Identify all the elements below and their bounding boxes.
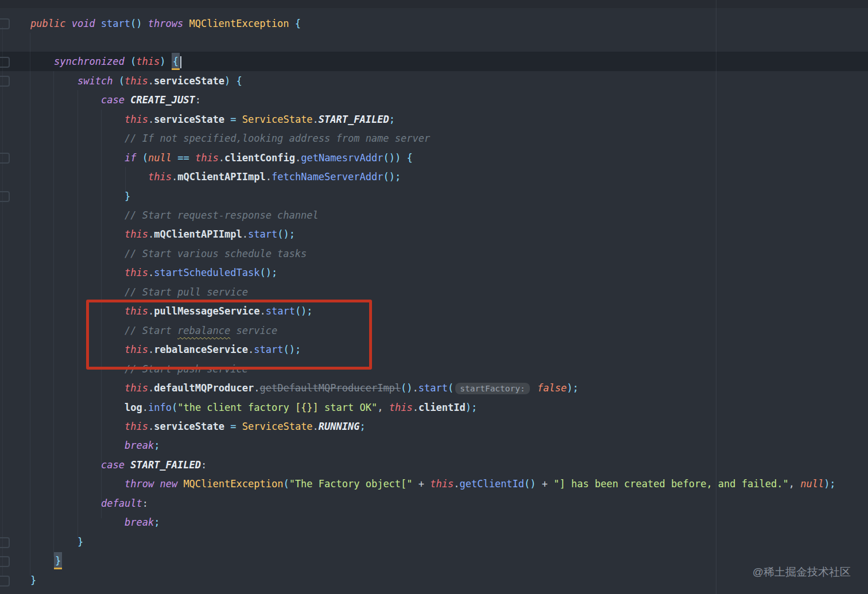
code-token: } [54,552,62,569]
code-token [401,152,406,164]
code-token: + [413,478,431,490]
code-token: ) [224,75,230,87]
code-token: . [295,152,301,164]
code-line: default: [101,494,148,513]
code-token: serviceState [154,75,224,87]
code-token [230,75,236,87]
code-token: switch [78,75,119,87]
code-token: , [789,478,800,490]
code-token: break [125,517,154,528]
code-token: break [125,440,154,451]
code-token: this [195,152,219,164]
code-token: mQClientAPIImpl [177,171,266,183]
code-line: case CREATE_JUST: [101,90,201,110]
code-token: . [148,267,154,278]
code-token: mQClientAPIImpl [154,228,242,240]
code-token [166,56,172,67]
fold-region-line [2,27,3,576]
code-token: RUNNING [319,421,360,432]
code-token: (); [277,228,295,240]
code-token: null [800,478,824,490]
code-token: { [236,75,242,87]
code-token: () [524,478,536,490]
code-token: this [430,478,454,490]
code-token: null [148,152,172,164]
code-token: ( [130,56,136,67]
code-token [142,18,148,29]
code-token: this [125,421,148,432]
watermark: @稀土掘金技术社区 [753,565,851,580]
code-token: // If not specified,looking address from… [125,133,430,144]
code-line: } [30,570,36,590]
indent-guide [53,71,54,557]
fold-marker-icon[interactable] [0,556,10,567]
code-token [237,114,242,125]
fold-marker-icon[interactable] [0,153,10,164]
code-token: getNamesrvAddr [301,152,383,164]
code-token: this [125,267,148,278]
code-line: // Start various schedule tasks [125,244,307,263]
code-token: ); [466,402,477,413]
code-token: start OK" [319,402,377,413]
code-token: . [142,402,148,413]
code-token: ) [160,56,165,67]
fold-marker-icon[interactable] [0,191,10,202]
code-line: // Start pull service [125,282,248,302]
code-token: . [413,402,418,413]
code-token: (); [383,171,401,183]
code-token: . [313,114,319,125]
code-line: // If not specified,looking address from… [125,129,430,148]
code-line: break; [125,436,160,455]
code-token [172,152,177,164]
code-token: "the client factory [177,402,295,413]
code-token: defaultMQProducer [154,382,254,394]
code-token: } [30,574,36,586]
code-token: = [230,421,236,432]
code-token: ( [448,382,454,394]
code-line: this.startScheduledTask(); [125,263,277,282]
code-token: this [125,114,148,125]
code-token: ( [172,402,177,413]
code-token: == [177,152,189,164]
fold-marker-icon[interactable] [0,18,10,29]
code-token: start [248,228,277,240]
code-token: . [413,382,418,394]
fold-marker-icon[interactable] [0,537,10,548]
code-token: default [101,498,142,509]
fold-marker-icon[interactable] [0,57,10,68]
code-token: . [313,421,319,432]
code-token: // Start various schedule tasks [125,248,307,259]
code-token: [{}] [295,402,319,413]
fold-marker-icon[interactable] [0,576,10,587]
code-token: . [219,152,224,164]
code-token: ( [119,75,125,87]
code-token: START_FAILED [319,114,389,125]
code-token: serviceState [154,114,224,125]
code-line: this.mQClientAPIImpl.start(); [125,224,295,244]
code-token: start [418,382,448,394]
code-line: synchronized (this) { [54,52,181,71]
code-token: clientId [418,402,466,413]
code-line: } [78,532,83,552]
code-token: log [125,402,142,413]
code-token: . [454,478,459,490]
indent-guide [30,33,30,576]
code-token: ( [283,478,289,490]
code-token: , [377,402,389,413]
code-token: MQClientException [189,18,294,29]
code-token: void [72,18,101,29]
code-line: throw new MQClientException("The Factory… [125,474,836,494]
text-caret [180,56,181,68]
code-token: // Start pull service [125,286,248,298]
code-token: . [172,171,177,183]
code-token [237,421,242,432]
code-token [189,152,195,164]
code-editor: public void start() throws MQClientExcep… [0,0,868,594]
code-token: ; [389,114,395,125]
code-token: synchronized [54,56,130,67]
fold-marker-icon[interactable] [0,76,10,87]
code-token [224,421,230,432]
code-token: { [295,18,301,29]
code-token: // Start request-response channel [125,209,319,221]
code-line: this.serviceState = ServiceState.START_F… [125,110,395,129]
